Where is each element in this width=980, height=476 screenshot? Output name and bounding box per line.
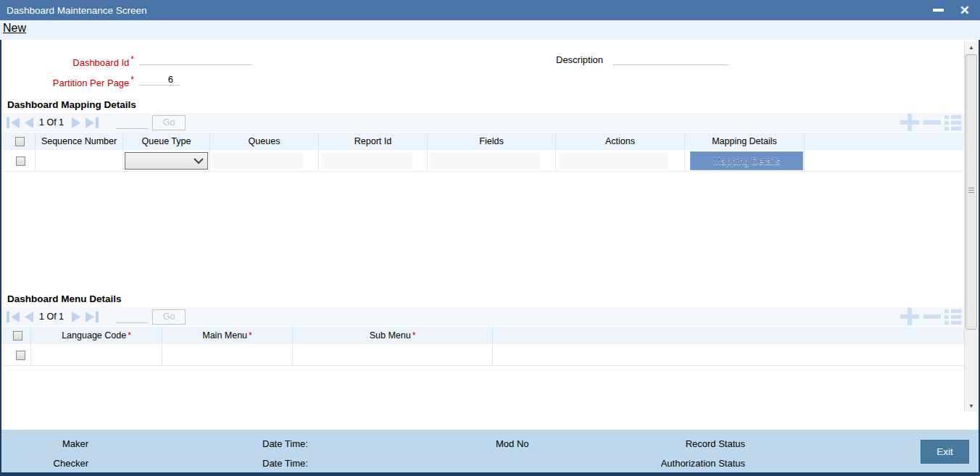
menu-blank-cell — [493, 344, 965, 366]
window-bottom-edge — [0, 472, 980, 476]
col-sequence-number: Sequence Number — [36, 133, 123, 150]
menu-first-page-icon[interactable] — [7, 312, 20, 322]
queue-type-select[interactable] — [125, 152, 208, 170]
scroll-up-icon[interactable]: ▲ — [966, 41, 977, 53]
col-menu-blank — [493, 327, 965, 344]
mapping-details-cell: Mapping Details — [685, 150, 805, 172]
menu-section-title: Dashboard Menu Details — [7, 293, 122, 304]
mapping-pagination-bar: 1 Of 1 Go — [1, 113, 965, 132]
sub-menu-input[interactable] — [295, 347, 488, 363]
menu-go-button[interactable]: Go — [152, 309, 186, 325]
partition-per-page-field[interactable]: 6 — [139, 71, 180, 85]
sequence-number-input[interactable] — [38, 153, 119, 169]
exit-button[interactable]: Exit — [921, 440, 969, 464]
col-mapping-blank — [805, 133, 965, 150]
mapping-details-button[interactable]: Mapping Details — [690, 151, 803, 170]
mapping-table-row: Mapping Details — [1, 150, 965, 172]
checker-datetime-label: Date Time: — [262, 458, 308, 469]
report-id-input — [321, 153, 412, 169]
language-code-cell — [31, 344, 162, 366]
main-menu-input[interactable] — [165, 347, 288, 363]
dashboard-id-field[interactable] — [139, 51, 252, 65]
menu-row-checkbox[interactable] — [16, 351, 25, 360]
first-page-icon[interactable] — [7, 117, 20, 128]
col-report-id: Report Id — [319, 133, 428, 150]
dashboard-id-label: Dashboard Id* — [29, 54, 134, 68]
sub-menu-cell — [293, 344, 493, 366]
col-queue-type: Queue Type — [123, 133, 210, 150]
minimize-icon[interactable] — [933, 9, 944, 12]
window-titlebar: Dashboard Maintenance Screen ✕ — [0, 0, 980, 20]
last-page-icon[interactable] — [85, 117, 99, 128]
report-id-cell — [319, 150, 428, 172]
menu-previous-page-icon[interactable] — [22, 312, 34, 322]
menu-pagination-bar: 1 Of 1 Go — [1, 307, 965, 326]
main-menu-required-asterisk: * — [249, 330, 252, 341]
col-actions: Actions — [556, 133, 685, 150]
language-code-required-asterisk: * — [128, 330, 131, 341]
menu-table-header: Language Code* Main Menu* Sub Menu* — [1, 327, 965, 344]
scrollbar-thumb[interactable] — [966, 54, 977, 330]
delete-row-icon[interactable] — [923, 114, 942, 131]
menu-last-page-icon[interactable] — [85, 312, 99, 322]
previous-page-icon[interactable] — [22, 117, 34, 128]
sequence-number-cell — [36, 150, 123, 172]
col-fields: Fields — [428, 133, 556, 150]
audit-footer: Maker Date Time: Mod No Record Status Ch… — [1, 430, 979, 472]
mapping-row-checkbox-cell — [4, 150, 36, 172]
scroll-down-icon[interactable]: ▼ — [966, 400, 977, 412]
mapping-select-all-cell — [4, 133, 36, 150]
menu-next-page-icon[interactable] — [71, 312, 83, 322]
content-footer-gap — [1, 413, 979, 430]
menu-page-input[interactable] — [116, 310, 149, 323]
description-label: Description — [556, 54, 603, 65]
language-code-input[interactable] — [33, 347, 157, 363]
checker-label: Checker — [28, 458, 88, 469]
col-queues: Queues — [210, 133, 319, 150]
fields-input — [430, 153, 540, 169]
mapping-page-indicator: 1 Of 1 — [39, 117, 64, 128]
close-icon[interactable]: ✕ — [960, 4, 970, 17]
menu-select-all-checkbox[interactable] — [13, 331, 22, 341]
queues-cell — [210, 150, 319, 172]
sub-menu-required-asterisk: * — [412, 330, 416, 341]
actions-cell — [556, 150, 685, 172]
menu-add-row-icon[interactable] — [900, 308, 920, 325]
authorization-status-label: Authorization Status — [638, 458, 745, 469]
mod-no-label: Mod No — [496, 438, 529, 449]
mapping-blank-cell — [805, 150, 965, 172]
maker-datetime-label: Date Time: — [262, 438, 308, 449]
action-menubar: New — [0, 20, 980, 40]
partition-per-page-label: Partition Per Page* — [7, 75, 134, 88]
mapping-go-button[interactable]: Go — [152, 115, 186, 130]
menu-table-row — [1, 344, 965, 366]
next-page-icon[interactable] — [71, 117, 83, 128]
col-main-menu: Main Menu* — [162, 327, 293, 344]
mapping-row-checkbox[interactable] — [16, 156, 25, 166]
col-sub-menu: Sub Menu* — [293, 327, 493, 344]
actions-input — [558, 153, 668, 169]
description-field[interactable] — [612, 51, 728, 65]
dashboard-id-required-asterisk: * — [130, 54, 134, 64]
mapping-table-header: Sequence Number Queue Type Queues Report… — [1, 133, 965, 150]
chevron-down-icon — [194, 158, 204, 164]
col-language-code: Language Code* — [31, 327, 162, 344]
add-row-icon[interactable] — [900, 114, 920, 131]
menu-select-all-cell — [4, 327, 31, 344]
new-action-link[interactable]: New — [3, 22, 26, 35]
mapping-select-all-checkbox[interactable] — [15, 137, 25, 146]
queues-input — [212, 153, 304, 169]
fields-cell — [428, 150, 556, 172]
single-view-icon[interactable] — [944, 115, 961, 130]
window-title: Dashboard Maintenance Screen — [7, 5, 147, 16]
col-mapping-details: Mapping Details — [685, 133, 805, 150]
partition-required-asterisk: * — [130, 75, 134, 85]
menu-delete-row-icon[interactable] — [923, 308, 942, 325]
menu-row-checkbox-cell — [4, 344, 31, 366]
main-menu-cell — [162, 344, 293, 366]
menu-single-view-icon[interactable] — [944, 309, 961, 325]
maker-label: Maker — [28, 438, 88, 449]
mapping-section-title: Dashboard Mapping Details — [7, 99, 136, 110]
vertical-scrollbar[interactable]: ▲ ▼ — [964, 41, 977, 412]
mapping-page-input[interactable] — [116, 116, 149, 129]
